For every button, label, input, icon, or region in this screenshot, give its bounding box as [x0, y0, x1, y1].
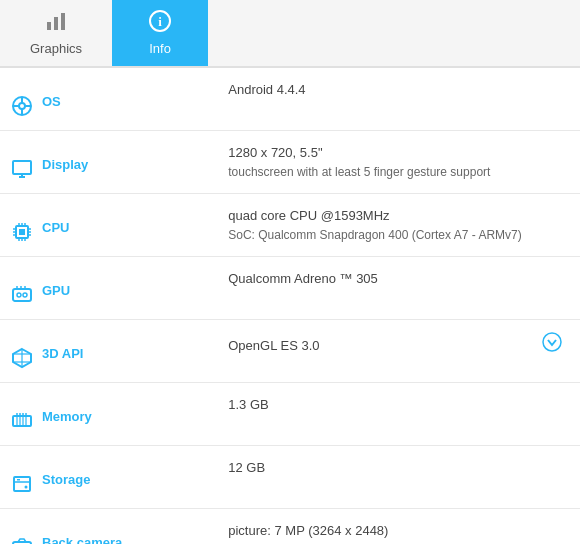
back-camera-value-line2: video: FHD (1920 x 1080) [228, 541, 570, 545]
storage-value: 12 GB [228, 458, 570, 478]
chevron-down-icon[interactable] [542, 332, 570, 360]
storage-label: Storage [42, 472, 90, 487]
table-row: OS Android 4.4.4 [0, 68, 580, 131]
svg-rect-15 [19, 229, 25, 235]
tab-info-label: Info [149, 41, 171, 56]
os-icon [10, 94, 34, 118]
os-label: OS [42, 94, 61, 109]
cpu-icon [10, 220, 34, 244]
memory-value: 1.3 GB [228, 395, 570, 415]
back-camera-icon [10, 535, 34, 544]
svg-point-6 [19, 103, 25, 109]
table-row: Display 1280 x 720, 5.5" touchscreen wit… [0, 131, 580, 194]
3dapi-icon [10, 346, 34, 370]
tabs-container: Graphics i Info [0, 0, 580, 68]
display-label: Display [42, 157, 88, 172]
back-camera-value-main: picture: 7 MP (3264 x 2448) [228, 521, 570, 541]
display-value-main: 1280 x 720, 5.5" [228, 143, 570, 163]
table-row: Storage 12 GB [0, 446, 580, 509]
info-table: OS Android 4.4.4 Display [0, 68, 580, 544]
gpu-label: GPU [42, 283, 70, 298]
table-row: GPU Qualcomm Adreno ™ 305 [0, 257, 580, 320]
svg-rect-39 [13, 416, 31, 426]
tab-info[interactable]: i Info [112, 0, 208, 66]
svg-rect-50 [17, 479, 20, 481]
gpu-value: Qualcomm Adreno ™ 305 [228, 269, 570, 289]
3dapi-label: 3D API [42, 346, 83, 361]
memory-icon [10, 409, 34, 433]
cpu-value-main: quad core CPU @1593MHz [228, 206, 570, 226]
display-icon [10, 157, 34, 181]
cpu-label: CPU [42, 220, 69, 235]
svg-rect-28 [13, 289, 31, 301]
table-row: Back camera picture: 7 MP (3264 x 2448) … [0, 509, 580, 545]
graphics-icon [45, 10, 67, 37]
svg-point-30 [23, 293, 27, 297]
table-row: 3D API OpenGL ES 3.0 [0, 320, 580, 383]
storage-icon [10, 472, 34, 496]
table-row: CPU quad core CPU @1593MHz SoC: Qualcomm… [0, 194, 580, 257]
info-icon: i [149, 10, 171, 37]
back-camera-label: Back camera [42, 535, 122, 544]
cpu-value-sub: SoC: Qualcomm Snapdragon 400 (Cortex A7 … [228, 226, 570, 244]
svg-rect-11 [13, 161, 31, 174]
svg-point-51 [25, 486, 28, 489]
memory-label: Memory [42, 409, 92, 424]
display-value-sub: touchscreen with at least 5 finger gestu… [228, 163, 570, 181]
tab-graphics[interactable]: Graphics [0, 0, 112, 66]
svg-rect-2 [61, 13, 65, 30]
svg-rect-0 [47, 22, 51, 30]
table-row: Memory 1.3 GB [0, 383, 580, 446]
svg-rect-1 [54, 17, 58, 30]
os-value: Android 4.4.4 [228, 80, 570, 100]
tab-graphics-label: Graphics [30, 41, 82, 56]
svg-point-38 [543, 333, 561, 351]
svg-rect-48 [14, 477, 30, 491]
3dapi-value: OpenGL ES 3.0 [228, 336, 319, 356]
svg-text:i: i [158, 14, 162, 29]
svg-point-29 [17, 293, 21, 297]
gpu-icon [10, 283, 34, 307]
